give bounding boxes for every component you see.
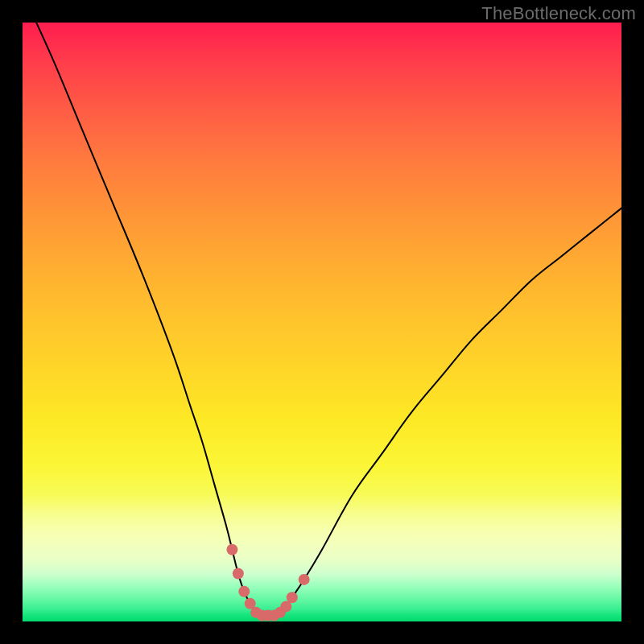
chart-background-gradient	[23, 23, 621, 621]
chart-frame	[23, 23, 621, 621]
watermark-text: TheBottleneck.com	[481, 3, 636, 24]
